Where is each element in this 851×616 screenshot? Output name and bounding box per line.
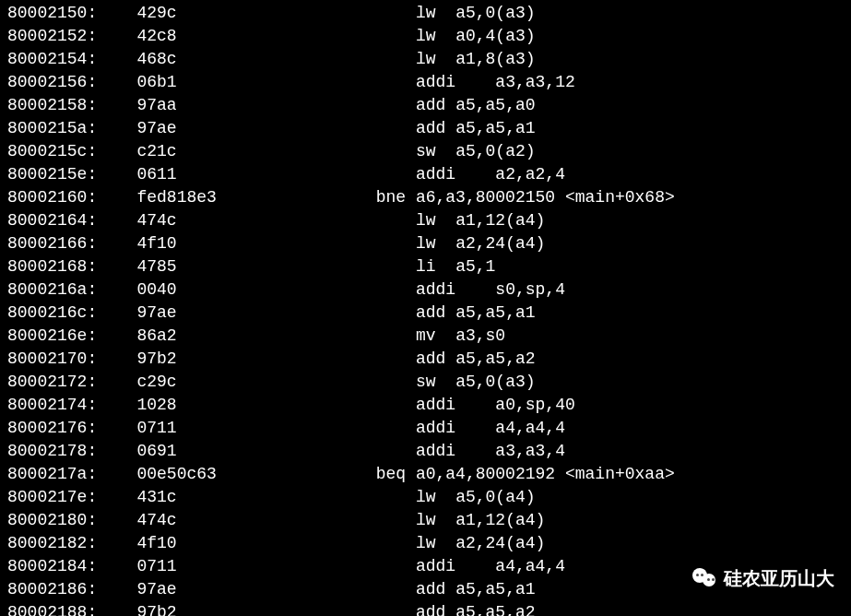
operands: a5,1 xyxy=(455,257,495,276)
operands: a2,24(a4) xyxy=(455,234,545,253)
disasm-line: 80002160: fed818e3 bne a6,a3,80002150 <m… xyxy=(7,186,844,209)
mnemonic: sw xyxy=(416,142,436,160)
disassembly-listing: 80002150: 429c lw a5,0(a3)80002152: 42c8… xyxy=(7,2,844,616)
disasm-line: 80002170: 97b2 add a5,a5,a2 xyxy=(7,348,844,371)
address: 80002170: xyxy=(7,349,97,368)
mnemonic: mv xyxy=(416,326,436,345)
opcode-hex: 0040 xyxy=(136,280,176,299)
operands: a0,4(a3) xyxy=(455,27,535,45)
opcode-hex: 97ae xyxy=(136,303,176,322)
address: 80002156: xyxy=(7,73,97,91)
operands: a5,0(a2) xyxy=(455,142,535,160)
address: 80002184: xyxy=(7,557,97,575)
disasm-line: 80002150: 429c lw a5,0(a3) xyxy=(7,2,844,25)
watermark-text: 硅农亚历山大 xyxy=(724,567,834,590)
disasm-line: 80002166: 4f10 lw a2,24(a4) xyxy=(7,232,844,255)
address: 80002180: xyxy=(7,511,97,529)
wechat-icon xyxy=(692,568,718,590)
operands: a4,a4,4 xyxy=(495,419,565,437)
mnemonic: addi xyxy=(416,419,455,437)
mnemonic: lw xyxy=(416,488,436,506)
disasm-line: 8000217a: 00e50c63 beq a0,a4,80002192 <m… xyxy=(7,463,844,486)
address: 8000216e: xyxy=(7,326,97,345)
operands: s0,sp,4 xyxy=(495,280,565,299)
opcode-hex: c21c xyxy=(136,142,176,160)
address: 80002150: xyxy=(7,4,97,22)
opcode-hex: 431c xyxy=(136,488,176,506)
disasm-line: 80002176: 0711 addi a4,a4,4 xyxy=(7,417,844,440)
disasm-line: 8000215a: 97ae add a5,a5,a1 xyxy=(7,117,844,140)
operands: a2,24(a4) xyxy=(455,534,545,552)
address: 80002158: xyxy=(7,96,97,114)
mnemonic: lw xyxy=(416,234,436,253)
mnemonic: addi xyxy=(416,280,455,299)
disasm-line: 80002156: 06b1 addi a3,a3,12 xyxy=(7,71,844,94)
opcode-hex: 4f10 xyxy=(136,534,176,552)
mnemonic: addi xyxy=(416,165,455,184)
mnemonic: sw xyxy=(416,373,436,391)
mnemonic: add xyxy=(416,603,445,616)
opcode-hex: 0691 xyxy=(136,442,176,460)
opcode-hex: 97ae xyxy=(136,119,176,137)
operands: a5,a5,a1 xyxy=(455,303,535,322)
operands: a5,a5,a0 xyxy=(455,96,535,114)
mnemonic: add xyxy=(416,580,445,598)
disasm-line: 80002168: 4785 li a5,1 xyxy=(7,255,844,278)
operands: a5,a5,a1 xyxy=(455,119,535,137)
opcode-hex: 97b2 xyxy=(136,603,176,616)
operands: a4,a4,4 xyxy=(495,557,565,575)
opcode-hex: 468c xyxy=(136,50,176,68)
address: 80002186: xyxy=(7,580,97,598)
operands: a5,a5,a1 xyxy=(455,580,535,598)
opcode-hex: 474c xyxy=(136,211,176,230)
opcode-hex: fed818e3 xyxy=(136,188,216,207)
operands: a3,s0 xyxy=(455,326,505,345)
operands: a0,a4,80002192 <main+0xaa> xyxy=(416,465,675,483)
mnemonic: lw xyxy=(416,534,436,552)
address: 8000215a: xyxy=(7,119,97,137)
operands: a3,a3,4 xyxy=(495,442,565,460)
mnemonic: addi xyxy=(416,557,455,575)
disasm-line: 8000215e: 0611 addi a2,a2,4 xyxy=(7,163,844,186)
opcode-hex: 429c xyxy=(136,4,176,22)
address: 80002164: xyxy=(7,211,97,230)
operands: a1,8(a3) xyxy=(455,50,535,68)
mnemonic: addi xyxy=(416,442,455,460)
address: 80002174: xyxy=(7,396,97,414)
opcode-hex: 42c8 xyxy=(136,27,176,45)
mnemonic: add xyxy=(416,303,445,322)
operands: a5,0(a3) xyxy=(455,373,535,391)
mnemonic: add xyxy=(416,349,445,368)
disasm-line: 80002180: 474c lw a1,12(a4) xyxy=(7,509,844,532)
operands: a6,a3,80002150 <main+0x68> xyxy=(416,188,675,207)
address: 8000217a: xyxy=(7,465,97,483)
disasm-line: 8000216a: 0040 addi s0,sp,4 xyxy=(7,278,844,302)
address: 8000216a: xyxy=(7,280,97,299)
address: 80002178: xyxy=(7,442,97,460)
disasm-line: 80002172: c29c sw a5,0(a3) xyxy=(7,371,844,394)
disasm-line: 80002174: 1028 addi a0,sp,40 xyxy=(7,394,844,417)
address: 80002172: xyxy=(7,373,97,391)
address: 80002152: xyxy=(7,27,97,45)
operands: a3,a3,12 xyxy=(495,73,574,91)
operands: a1,12(a4) xyxy=(455,511,545,529)
opcode-hex: 97ae xyxy=(136,580,176,598)
address: 80002168: xyxy=(7,257,97,276)
mnemonic: add xyxy=(416,119,445,137)
address: 8000215e: xyxy=(7,165,97,184)
address: 8000217e: xyxy=(7,488,97,506)
opcode-hex: 06b1 xyxy=(136,73,176,91)
operands: a5,0(a3) xyxy=(455,4,535,22)
address: 80002154: xyxy=(7,50,97,68)
disasm-line: 80002178: 0691 addi a3,a3,4 xyxy=(7,440,844,463)
opcode-hex: 86a2 xyxy=(136,326,176,345)
operands: a5,a5,a2 xyxy=(455,603,535,616)
opcode-hex: 1028 xyxy=(136,396,176,414)
operands: a2,a2,4 xyxy=(495,165,565,184)
disasm-line: 80002154: 468c lw a1,8(a3) xyxy=(7,48,844,71)
mnemonic: beq xyxy=(376,465,406,483)
address: 80002176: xyxy=(7,419,97,437)
disasm-line: 8000216e: 86a2 mv a3,s0 xyxy=(7,325,844,348)
address: 80002182: xyxy=(7,534,97,552)
disasm-line: 8000215c: c21c sw a5,0(a2) xyxy=(7,140,844,163)
